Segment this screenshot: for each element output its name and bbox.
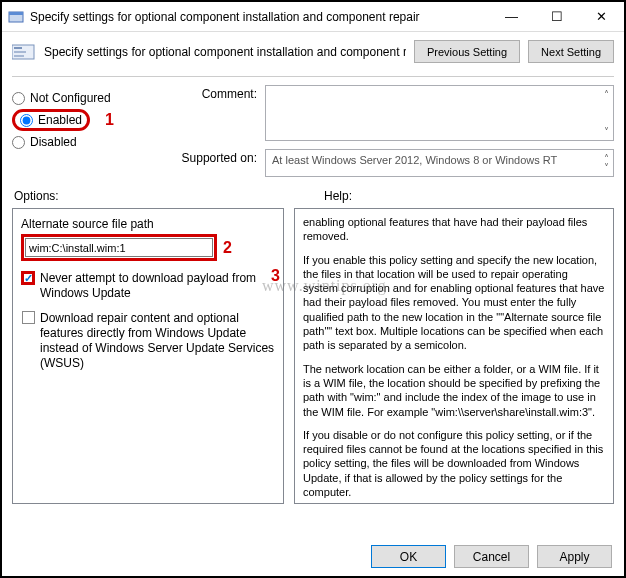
- alternate-source-input[interactable]: [25, 238, 213, 257]
- supported-on-value: At least Windows Server 2012, Windows 8 …: [265, 149, 614, 177]
- help-text: If you disable or do not configure this …: [303, 428, 605, 499]
- help-text: If you enable this policy setting and sp…: [303, 253, 605, 353]
- chevron-up-icon[interactable]: ˄: [604, 89, 609, 100]
- radio-enabled-label: Enabled: [38, 113, 82, 127]
- chevron-down-icon[interactable]: ˅: [604, 126, 609, 137]
- svg-rect-1: [9, 12, 23, 15]
- options-pane: Alternate source file path 2 ✓ Never att…: [12, 208, 284, 504]
- svg-rect-5: [14, 55, 24, 57]
- comment-input[interactable]: ˄ ˅: [265, 85, 614, 141]
- panes-labels: Options: Help:: [2, 185, 624, 208]
- checkbox-unchecked-icon[interactable]: [22, 311, 35, 324]
- supported-on-label: Supported on:: [177, 149, 257, 177]
- radio-not-configured-input[interactable]: [12, 92, 25, 105]
- help-label: Help:: [324, 189, 352, 203]
- radio-enabled-input[interactable]: [20, 114, 33, 127]
- fields-column: Comment: ˄ ˅ Supported on: At least Wind…: [177, 85, 624, 185]
- mmc-icon: [8, 9, 24, 25]
- checkbox-checked-icon[interactable]: ✓: [21, 271, 35, 285]
- minimize-button[interactable]: —: [489, 2, 534, 31]
- radio-enabled[interactable]: Enabled: [12, 109, 90, 131]
- help-text: The network location can be either a fol…: [303, 362, 605, 419]
- previous-setting-button[interactable]: Previous Setting: [414, 40, 520, 63]
- close-button[interactable]: ✕: [579, 2, 624, 31]
- supported-on-text: At least Windows Server 2012, Windows 8 …: [272, 154, 557, 166]
- never-attempt-checkbox[interactable]: ✓ Never attempt to download payload from…: [21, 271, 275, 301]
- header-title: Specify settings for optional component …: [44, 45, 406, 59]
- annotation-2: 2: [223, 239, 232, 257]
- annotation-1: 1: [105, 111, 114, 129]
- help-pane[interactable]: enabling optional features that have had…: [294, 208, 614, 504]
- policy-icon: [12, 43, 36, 61]
- radio-not-configured-label: Not Configured: [30, 91, 111, 105]
- next-setting-button[interactable]: Next Setting: [528, 40, 614, 63]
- download-repair-checkbox[interactable]: Download repair content and optional fea…: [21, 311, 275, 371]
- annotation-3: 3: [271, 267, 280, 285]
- options-label: Options:: [14, 189, 324, 203]
- svg-rect-3: [14, 47, 22, 49]
- radio-disabled-input[interactable]: [12, 136, 25, 149]
- panes: Alternate source file path 2 ✓ Never att…: [2, 208, 624, 504]
- alternate-source-label: Alternate source file path: [21, 217, 275, 231]
- help-text: enabling optional features that have had…: [303, 215, 605, 244]
- maximize-button[interactable]: ☐: [534, 2, 579, 31]
- radio-disabled[interactable]: Disabled: [12, 131, 177, 153]
- dialog-buttons: OK Cancel Apply: [371, 545, 612, 568]
- divider: [12, 76, 614, 77]
- never-attempt-label: Never attempt to download payload from W…: [40, 271, 275, 301]
- header: Specify settings for optional component …: [2, 32, 624, 71]
- radio-not-configured[interactable]: Not Configured: [12, 87, 177, 109]
- svg-rect-4: [14, 51, 26, 53]
- chevron-down-icon[interactable]: ˅: [604, 162, 609, 173]
- config-area: Not Configured Enabled 1 Disabled Commen…: [2, 85, 624, 185]
- apply-button[interactable]: Apply: [537, 545, 612, 568]
- cancel-button[interactable]: Cancel: [454, 545, 529, 568]
- comment-label: Comment:: [177, 85, 257, 141]
- radio-disabled-label: Disabled: [30, 135, 77, 149]
- radio-column: Not Configured Enabled 1 Disabled: [12, 85, 177, 185]
- path-highlight: [21, 234, 217, 261]
- download-repair-label: Download repair content and optional fea…: [40, 311, 275, 371]
- ok-button[interactable]: OK: [371, 545, 446, 568]
- window-title: Specify settings for optional component …: [30, 10, 489, 24]
- titlebar: Specify settings for optional component …: [2, 2, 624, 32]
